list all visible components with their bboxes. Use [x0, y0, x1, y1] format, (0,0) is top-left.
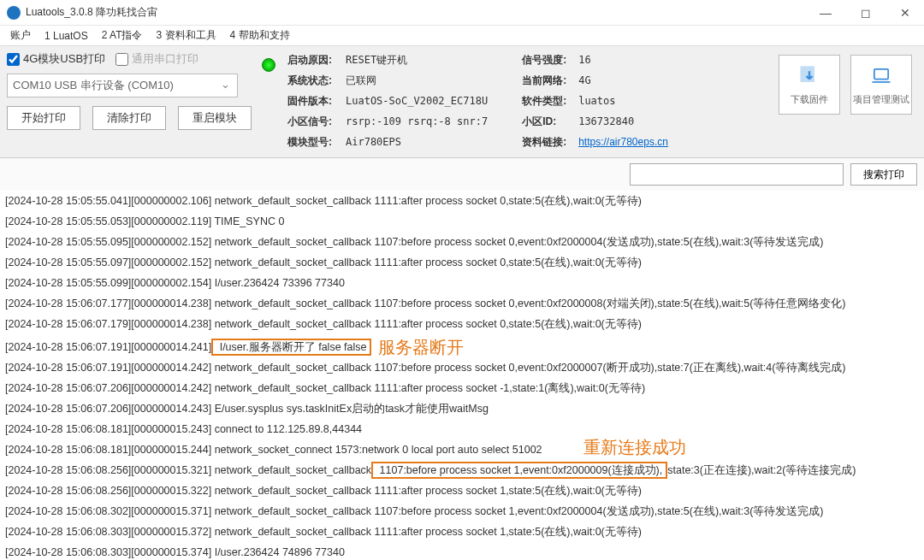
- menu-help[interactable]: 4 帮助和支持: [223, 26, 297, 45]
- log-line: [2024-10-28 15:06:08.303][000000015.372]…: [5, 522, 919, 542]
- info-row: 固件版本:LuatOS-SoC_V2002_EC718U: [287, 92, 488, 109]
- info-grid: 启动原因:RESET键开机系统状态:已联网固件版本:LuatOS-SoC_V20…: [287, 51, 668, 150]
- search-row: 搜索打印: [0, 158, 924, 191]
- log-line: [2024-10-28 15:05:55.099][000000002.154]…: [5, 273, 919, 293]
- annotation-disconnect: 服务器断开: [378, 338, 464, 357]
- clear-button[interactable]: 清除打印: [92, 106, 166, 130]
- svg-rect-1: [874, 68, 888, 79]
- info-row: 小区信号:rsrp:-109 rsrq:-8 snr:7: [287, 113, 488, 130]
- svg-rect-0: [802, 67, 814, 80]
- menu-luatos[interactable]: 1 LuatOS: [38, 27, 95, 44]
- close-button[interactable]: ✕: [893, 4, 917, 21]
- log-line: [2024-10-28 15:05:55.097][000000002.152]…: [5, 252, 919, 273]
- start-button[interactable]: 开始打印: [7, 106, 80, 130]
- annotation-reconnect: 重新连接成功: [583, 437, 686, 457]
- info-row: 当前网络:4G: [522, 72, 668, 89]
- log-line: [2024-10-28 15:06:08.256][000000015.322]…: [5, 480, 919, 501]
- download-icon: [797, 64, 821, 88]
- highlighted-segment: I/user.服务器断开了 false false: [211, 339, 371, 356]
- log-line: [2024-10-28 15:06:07.191][000000014.241]…: [5, 334, 919, 357]
- log-line: [2024-10-28 15:06:07.191][000000014.242]…: [5, 357, 919, 378]
- info-row: 信号强度:16: [522, 51, 668, 68]
- info-row: 启动原因:RESET键开机: [287, 51, 488, 68]
- info-row: 小区ID:136732840: [522, 113, 668, 130]
- search-input[interactable]: [630, 163, 844, 186]
- log-line: [2024-10-28 15:06:08.181][000000015.244]…: [5, 439, 919, 460]
- search-button[interactable]: 搜索打印: [850, 163, 917, 186]
- top-section: 4G模块USB打印 通用串口打印 COM10 USB 串行设备 (COM10) …: [0, 46, 924, 158]
- menu-tools[interactable]: 3 资料和工具: [150, 26, 223, 45]
- maximize-button[interactable]: ◻: [854, 4, 878, 21]
- log-line: [2024-10-28 15:06:08.181][000000015.243]…: [5, 419, 919, 439]
- minimize-button[interactable]: —: [813, 4, 838, 21]
- menubar: 账户 1 LuatOS 2 AT指令 3 资料和工具 4 帮助和支持: [0, 26, 924, 46]
- download-firmware-button[interactable]: 下载固件: [779, 55, 840, 115]
- app-icon: [7, 6, 21, 20]
- menu-account[interactable]: 账户: [3, 26, 38, 45]
- log-line: [2024-10-28 15:06:07.179][000000014.238]…: [5, 314, 919, 334]
- log-area: [2024-10-28 15:05:55.041][000000002.106]…: [0, 191, 924, 560]
- window-title: Luatools_3.0.8 降功耗找合宙: [26, 5, 813, 20]
- log-line: [2024-10-28 15:05:55.041][000000002.106]…: [5, 191, 919, 211]
- log-line: [2024-10-28 15:06:08.303][000000015.374]…: [5, 542, 919, 560]
- check-serial[interactable]: 通用串口打印: [116, 51, 198, 67]
- log-line: [2024-10-28 15:06:07.206][000000014.242]…: [5, 378, 919, 398]
- titlebar: Luatools_3.0.8 降功耗找合宙 — ◻ ✕: [0, 0, 924, 26]
- status-led-icon: [262, 58, 275, 72]
- info-row: 资料链接:https://air780eps.cn: [522, 133, 668, 150]
- doc-link[interactable]: https://air780eps.cn: [578, 133, 668, 150]
- log-line: [2024-10-28 15:05:55.053][000000002.119]…: [5, 211, 919, 232]
- port-select[interactable]: COM10 USB 串行设备 (COM10): [7, 74, 238, 97]
- log-line: [2024-10-28 15:06:08.302][000000015.371]…: [5, 501, 919, 522]
- check-usb[interactable]: 4G模块USB打印: [7, 51, 105, 67]
- log-line: [2024-10-28 15:06:08.256][000000015.321]…: [5, 460, 919, 480]
- info-row: 软件类型:luatos: [522, 92, 668, 109]
- project-test-button[interactable]: 项目管理测试: [850, 55, 912, 115]
- log-line: [2024-10-28 15:06:07.206][000000014.243]…: [5, 398, 919, 419]
- log-line: [2024-10-28 15:06:07.177][000000014.238]…: [5, 293, 919, 314]
- highlighted-segment: 1107:before process socket 1,event:0xf20…: [371, 462, 667, 479]
- laptop-icon: [869, 64, 893, 88]
- restart-button[interactable]: 重启模块: [178, 106, 252, 130]
- info-row: 模块型号:Air780EPS: [287, 133, 488, 150]
- log-line: [2024-10-28 15:05:55.095][000000002.152]…: [5, 232, 919, 252]
- menu-at[interactable]: 2 AT指令: [95, 26, 150, 45]
- info-row: 系统状态:已联网: [287, 72, 488, 89]
